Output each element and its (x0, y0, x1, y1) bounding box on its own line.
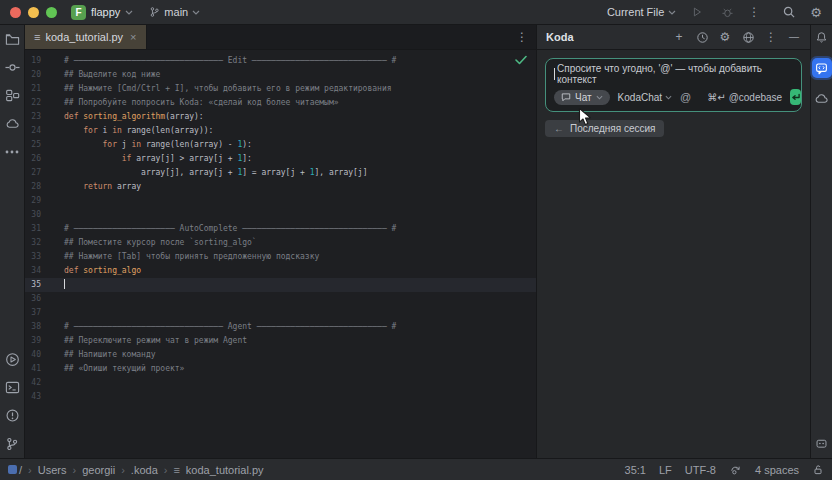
indent-widget[interactable]: 4 spaces (755, 464, 799, 476)
line-number[interactable]: 32 (25, 236, 41, 250)
debug-button[interactable] (718, 3, 736, 21)
code-line[interactable]: 36 (25, 292, 536, 306)
line-number[interactable]: 39 (25, 334, 41, 348)
code-line[interactable]: 21## Нажмите [Cmd/Ctrl + I], чтобы добав… (25, 82, 536, 96)
code-line[interactable]: 29 (25, 194, 536, 208)
breadcrumb-item[interactable]: / (19, 464, 22, 476)
commit-tool-button[interactable] (4, 59, 21, 76)
codebase-shortcut-hint[interactable]: ⌘↵ @codebase (707, 92, 782, 103)
line-number[interactable]: 28 (25, 180, 41, 194)
code-line[interactable]: 27 array[j], array[j + 1] = array[j + 1]… (25, 166, 536, 180)
code-line[interactable]: 19# ─────────────────────────────── Edit… (25, 54, 536, 68)
code-line[interactable]: 33## Нажмите [Tab] чтобы принять предлож… (25, 250, 536, 264)
tab-koda-tutorial[interactable]: ≡ koda_tutorial.py × (25, 25, 147, 49)
code-line[interactable]: 25 for j in range(len(array) - 1): (25, 138, 536, 152)
line-number[interactable]: 43 (25, 390, 41, 404)
model-selector[interactable]: KodaChat (618, 92, 672, 103)
code-line[interactable]: 43 (25, 390, 536, 404)
code-line[interactable]: 22## Попробуйте попросить Koda: «сделай … (25, 96, 536, 110)
line-number[interactable]: 38 (25, 320, 41, 334)
zoom-window-button[interactable] (46, 7, 57, 18)
code-line[interactable]: 26 if array[j] > array[j + 1]: (25, 152, 536, 166)
tab-close-icon[interactable]: × (130, 31, 136, 43)
terminal-tool-button[interactable] (4, 379, 21, 396)
line-number[interactable]: 37 (25, 306, 41, 320)
line-number[interactable]: 42 (25, 376, 41, 390)
line-number[interactable]: 19 (25, 54, 41, 68)
search-icon[interactable] (782, 5, 796, 19)
code-editor[interactable]: 19# ─────────────────────────────── Edit… (25, 50, 536, 458)
last-session-button[interactable]: ← Последняя сессия (545, 120, 664, 137)
structure-tool-button[interactable] (4, 87, 21, 104)
close-window-button[interactable] (10, 7, 21, 18)
code-line[interactable]: 28 return array (25, 180, 536, 194)
settings-gear-icon[interactable]: ⚙ (718, 30, 732, 44)
code-line[interactable]: 35 (25, 278, 536, 292)
more-actions-button[interactable]: ⋮ (748, 6, 760, 18)
koda-tool-button[interactable] (812, 58, 832, 78)
history-clock-icon[interactable] (695, 30, 709, 44)
run-tool-button[interactable] (4, 351, 21, 368)
new-chat-icon[interactable]: + (672, 30, 686, 44)
version-control-tool-button[interactable] (4, 435, 21, 452)
line-number[interactable]: 31 (25, 222, 41, 236)
code-line[interactable]: 30 (25, 208, 536, 222)
run-config-selector[interactable]: Current File (607, 6, 676, 18)
line-number[interactable]: 26 (25, 152, 41, 166)
line-number[interactable]: 27 (25, 166, 41, 180)
line-number[interactable]: 41 (25, 362, 41, 376)
ai-completion-status-icon[interactable] (729, 464, 742, 476)
hide-panel-icon[interactable]: — (787, 30, 801, 44)
code-line[interactable]: 39## Переключите режим чат в режим Agent (25, 334, 536, 348)
chat-input-field[interactable]: Спросите что угодно, '@' — чтобы добавит… (554, 66, 793, 81)
editor-tab-options-icon[interactable]: ⋮ (508, 25, 536, 49)
chat-mode-chip[interactable]: Чат (554, 90, 610, 105)
more-tool-windows-button[interactable] (4, 143, 21, 160)
plugin-tool-button[interactable] (813, 435, 830, 452)
line-number[interactable]: 20 (25, 68, 41, 82)
project-tool-button[interactable] (4, 31, 21, 48)
code-line[interactable]: 38# ─────────────────────────────── Agen… (25, 320, 536, 334)
chat-input-box[interactable]: Спросите что угодно, '@' — чтобы добавит… (545, 58, 802, 112)
line-number[interactable]: 40 (25, 348, 41, 362)
unlocked-icon[interactable] (812, 463, 824, 476)
line-number[interactable]: 34 (25, 264, 41, 278)
code-line[interactable]: 23def sorting_algorithm(array): (25, 110, 536, 124)
line-number[interactable]: 29 (25, 194, 41, 208)
code-line[interactable]: 34def sorting_algo (25, 264, 536, 278)
panel-options-icon[interactable]: ⋮ (764, 30, 778, 44)
code-line[interactable]: 20## Выделите код ниже (25, 68, 536, 82)
code-line[interactable]: 32## Поместите курсор после `sorting_alg… (25, 236, 536, 250)
line-number[interactable]: 35 (25, 278, 41, 292)
line-number[interactable]: 36 (25, 292, 41, 306)
line-number[interactable]: 33 (25, 250, 41, 264)
code-line[interactable]: 40## Напишите команду (25, 348, 536, 362)
project-selector[interactable]: F flappy (71, 5, 133, 20)
code-line[interactable]: 24 for i in range(len(array)): (25, 124, 536, 138)
breadcrumb-item[interactable]: Users (38, 464, 67, 476)
notifications-bell-icon[interactable] (813, 29, 830, 46)
add-context-button[interactable]: @ (680, 91, 691, 103)
encoding-widget[interactable]: UTF-8 (685, 464, 716, 476)
line-number[interactable]: 25 (25, 138, 41, 152)
ai-assistant-tool-button[interactable] (4, 115, 21, 132)
branch-selector[interactable]: main (149, 6, 200, 18)
code-line[interactable]: 31# ───────────────────── AutoComplete ─… (25, 222, 536, 236)
settings-gear-icon[interactable]: ⚙ (810, 6, 822, 19)
breadcrumb-item[interactable]: .koda (131, 464, 158, 476)
line-number[interactable]: 30 (25, 208, 41, 222)
line-number[interactable]: 22 (25, 96, 41, 110)
code-line[interactable]: 41## «Опиши текущий проект» (25, 362, 536, 376)
ai-assistant-tool-button[interactable] (813, 90, 830, 107)
code-line[interactable]: 37 (25, 306, 536, 320)
minimize-window-button[interactable] (28, 7, 39, 18)
inspections-ok-icon[interactable] (515, 55, 527, 65)
line-number[interactable]: 21 (25, 82, 41, 96)
caret-position-widget[interactable]: 35:1 (625, 464, 646, 476)
line-ending-widget[interactable]: LF (659, 464, 672, 476)
line-number[interactable]: 23 (25, 110, 41, 124)
code-line[interactable]: 42 (25, 376, 536, 390)
breadcrumb-item[interactable]: koda_tutorial.py (186, 464, 264, 476)
breadcrumb-item[interactable]: georgii (82, 464, 115, 476)
send-button[interactable] (790, 89, 801, 105)
